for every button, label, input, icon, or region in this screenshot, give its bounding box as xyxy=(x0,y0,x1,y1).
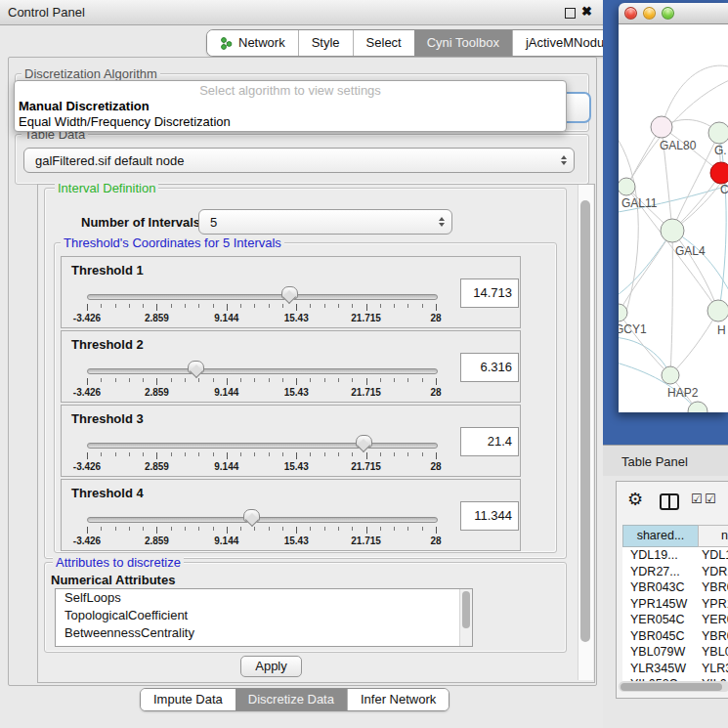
slider-thumb[interactable] xyxy=(356,435,372,448)
thresholds-frame-title: Threshold's Coordinates for 5 Intervals xyxy=(61,236,284,249)
table-row[interactable]: YDL19...YDL1 xyxy=(622,547,728,564)
threshold-value-field[interactable]: 11.344 xyxy=(460,501,519,531)
table-horizontal-scrollbar[interactable] xyxy=(619,681,728,692)
application-root: Control Panel ✖ NetworkStyleSelectCyni T… xyxy=(0,0,728,728)
scrollbar-thumb[interactable] xyxy=(621,683,722,691)
table-row[interactable]: YPR145WYPR1 xyxy=(622,596,728,613)
tick-label: 28 xyxy=(430,313,441,323)
tab-style[interactable]: Style xyxy=(298,30,353,56)
node-gal4[interactable] xyxy=(661,219,684,242)
node-gcy1[interactable] xyxy=(619,304,627,321)
table-panel-bar: Table Panel xyxy=(603,445,728,476)
table-row[interactable]: YER054CYER0 xyxy=(622,612,728,628)
table-row[interactable]: YBR045CYBR0 xyxy=(622,628,728,645)
number-of-intervals-combobox[interactable]: 5 xyxy=(198,209,452,235)
table-row[interactable]: YDR27...YDR2 xyxy=(622,564,728,580)
threshold-slider[interactable]: -3.4262.8599.14415.4321.71528 xyxy=(62,431,452,476)
scrollbar-thumb[interactable] xyxy=(462,591,470,628)
tab-label: Cyni Toolbox xyxy=(427,30,499,56)
threshold-slider[interactable]: -3.4262.8599.14415.4321.71528 xyxy=(62,357,452,402)
zoom-traffic-light-icon[interactable] xyxy=(662,7,674,20)
cell-shared-name: YER054C xyxy=(630,612,699,628)
tab-select[interactable]: Select xyxy=(353,30,414,56)
tick-label: -3.426 xyxy=(73,313,101,323)
node-hap2[interactable] xyxy=(662,366,679,384)
slider-thumb[interactable] xyxy=(243,509,260,522)
node-h[interactable] xyxy=(707,300,728,321)
node-label-gcy1: GCY1 xyxy=(619,322,647,336)
minimize-traffic-light-icon[interactable] xyxy=(643,7,656,20)
tab-infer-network[interactable]: Infer Network xyxy=(347,689,449,710)
gear-icon[interactable]: ⚙ xyxy=(627,489,643,510)
tick-label: 28 xyxy=(430,387,441,398)
tab-label: Style xyxy=(312,30,340,56)
scrollbar-thumb[interactable] xyxy=(580,200,590,642)
table-row[interactable]: YBL079WYBL0 xyxy=(622,644,728,661)
tab-label: Select xyxy=(366,30,402,56)
tick-label: 15.43 xyxy=(284,461,309,472)
network-canvas[interactable]: GAL80G.CGAL11GAL4GCY1HHAP2 xyxy=(619,24,728,412)
settings-vertical-scrollbar[interactable] xyxy=(578,185,593,680)
slider-track xyxy=(87,368,438,374)
node-red-node[interactable] xyxy=(710,162,728,184)
node-gal11[interactable] xyxy=(619,178,635,195)
algorithm-option-equal-width-frequency-discretization[interactable]: Equal Width/Frequency Discretization xyxy=(15,114,566,130)
tab-network[interactable]: Network xyxy=(207,30,298,56)
checkbox-icon[interactable]: ☑ xyxy=(705,492,716,506)
algorithm-hint: Select algorithm to view settings xyxy=(15,83,566,99)
algorithm-frame-title: Discretization Algorithm xyxy=(21,67,160,80)
node-label-g: G. xyxy=(714,144,727,157)
column-header-na[interactable]: na xyxy=(698,525,728,547)
cell-shared-name: YDL19... xyxy=(630,547,699,564)
number-of-intervals-value: 5 xyxy=(210,215,217,230)
threshold-slider[interactable]: -3.4262.8599.14415.4321.71528 xyxy=(62,505,452,550)
close-icon[interactable]: ✖ xyxy=(581,4,592,19)
table-row[interactable]: YBR043CYBR0 xyxy=(622,579,728,596)
float-window-icon[interactable] xyxy=(565,8,576,19)
split-view-icon[interactable] xyxy=(660,493,679,510)
threshold-label: Threshold 4 xyxy=(71,486,144,500)
tab-discretize-data[interactable]: Discretize Data xyxy=(236,689,347,710)
column-header-shared[interactable]: shared... xyxy=(622,525,699,547)
table-row[interactable]: YLR345WYLR3 xyxy=(622,661,728,677)
node-label-gal4: GAL4 xyxy=(675,244,706,258)
apply-button[interactable]: Apply xyxy=(240,656,302,677)
threshold-value-field[interactable]: 14.713 xyxy=(460,278,519,308)
slider-major-ticks xyxy=(87,452,437,459)
list-vertical-scrollbar[interactable] xyxy=(459,589,472,646)
tab-label: Network xyxy=(238,30,285,56)
node-label-hap2: HAP2 xyxy=(667,386,699,400)
slider-thumb[interactable] xyxy=(188,361,204,373)
threshold-label: Threshold 1 xyxy=(71,263,144,278)
threshold-panel-4: Threshold 4-3.4262.8599.14415.4321.71528… xyxy=(61,479,521,551)
close-traffic-light-icon[interactable] xyxy=(624,7,637,20)
top-tabbar: NetworkStyleSelectCyni ToolboxjActiveMNo… xyxy=(206,29,634,57)
table-data-combobox[interactable]: galFiltered.sif default node xyxy=(23,148,575,173)
node-label-h: H xyxy=(717,323,726,337)
number-of-intervals-label: Number of Intervals xyxy=(81,215,200,230)
tab-impute-data[interactable]: Impute Data xyxy=(141,689,236,710)
threshold-value-field[interactable]: 21.4 xyxy=(460,427,519,456)
cell-name: YBR0 xyxy=(702,579,728,596)
slider-track xyxy=(87,443,438,449)
threshold-value-field[interactable]: 6.316 xyxy=(460,353,519,382)
threshold-slider[interactable]: -3.4262.8599.14415.4321.71528 xyxy=(62,282,452,327)
algorithm-option-manual-discretization[interactable]: Manual Discretization xyxy=(15,99,566,114)
tab-cyni-toolbox[interactable]: Cyni Toolbox xyxy=(414,30,512,56)
node-gal80[interactable] xyxy=(651,116,672,138)
attribute-item-topologicalcoefficient[interactable]: TopologicalCoefficient xyxy=(56,607,472,624)
tick-label: 21.715 xyxy=(351,461,381,472)
spinner-arrows-icon xyxy=(439,217,445,227)
attribute-item-betweennesscentrality[interactable]: BetweennessCentrality xyxy=(56,624,472,642)
slider-track xyxy=(87,517,438,523)
tick-label: 15.43 xyxy=(284,313,309,323)
control-panel: Control Panel ✖ NetworkStyleSelectCyni T… xyxy=(0,0,603,728)
slider-thumb[interactable] xyxy=(281,286,298,299)
threshold-label: Threshold 2 xyxy=(71,337,144,352)
node-g[interactable] xyxy=(708,122,728,144)
tick-label: 15.43 xyxy=(284,535,309,546)
table-panel-title: Table Panel xyxy=(621,454,688,469)
numerical-attributes-label: Numerical Attributes xyxy=(51,573,175,587)
checkbox-icon[interactable]: ☑ xyxy=(691,492,703,506)
attribute-item-selfloops[interactable]: SelfLoops xyxy=(56,589,472,607)
